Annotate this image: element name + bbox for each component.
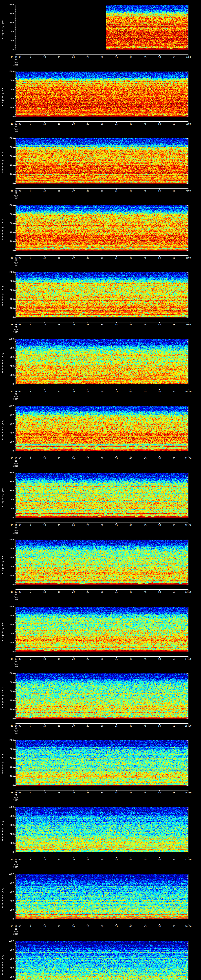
y-tick-label: 400 bbox=[5, 766, 14, 768]
x-axis-start-label: 15:14:00 bbox=[11, 725, 21, 727]
x-axis-date-line: May bbox=[14, 329, 18, 331]
spectrogram-plot bbox=[0, 807, 201, 858]
x-tick-label: 45 bbox=[144, 257, 147, 259]
x-axis-end-label: 10:00 bbox=[185, 390, 191, 393]
y-tick-label: 800 bbox=[5, 80, 14, 82]
y-tick-label: 1000 bbox=[5, 739, 14, 741]
y-tick-label: 600 bbox=[5, 88, 14, 91]
x-tick-label: 20 bbox=[72, 56, 75, 59]
x-axis-date-line: 21 bbox=[14, 861, 17, 863]
y-tick-label: 0 bbox=[5, 784, 14, 786]
x-tick-label: 20 bbox=[72, 123, 75, 125]
x-tick-label: 5 bbox=[30, 925, 31, 928]
y-tick-label: 800 bbox=[5, 347, 14, 349]
spectrogram-panel-4: Frequency (Hz) 10008006004002000 15:08:0… bbox=[0, 272, 201, 335]
y-tick-label: 200 bbox=[5, 240, 14, 243]
x-tick-label: 20 bbox=[72, 457, 75, 460]
x-tick-label: 30 bbox=[101, 457, 103, 460]
x-axis-end-label: 17:00 bbox=[185, 859, 191, 861]
x-axis-start-label: 15:12:00 bbox=[11, 591, 21, 593]
x-axis-date-line: 2015 bbox=[13, 331, 19, 334]
x-tick-label: 50 bbox=[158, 457, 161, 460]
x-tick-label: 15 bbox=[58, 658, 60, 660]
x-tick-label: 55 bbox=[172, 658, 175, 660]
x-tick-label: 15 bbox=[58, 859, 60, 861]
y-axis-title: Frequency (Hz) bbox=[2, 821, 4, 842]
x-axis-end-label: 12:00 bbox=[185, 524, 191, 527]
x-tick-label: 50 bbox=[158, 725, 161, 727]
spectrogram-plot bbox=[0, 5, 201, 56]
x-tick-label: 5 bbox=[30, 257, 31, 259]
x-tick-label: 40 bbox=[129, 390, 132, 393]
spectrogram-plot bbox=[0, 138, 201, 189]
y-tick-label: 800 bbox=[5, 949, 14, 951]
y-tick-label: 200 bbox=[5, 508, 14, 510]
y-tick-label: 1000 bbox=[5, 672, 14, 675]
x-tick-label: 55 bbox=[172, 859, 175, 861]
x-tick-label: 25 bbox=[86, 658, 89, 660]
x-tick-label: 55 bbox=[172, 123, 175, 125]
spectrogram-panel-14: Frequency (Hz) 10008006004002000 15:18:0… bbox=[0, 941, 201, 980]
x-tick-label: 5 bbox=[30, 390, 31, 393]
x-axis-date-line: May bbox=[14, 128, 18, 130]
x-tick-label: 40 bbox=[129, 792, 132, 794]
x-tick-label: 5 bbox=[30, 123, 31, 125]
y-tick-label: 1000 bbox=[5, 271, 14, 274]
y-tick-label: 400 bbox=[5, 298, 14, 301]
y-tick-label: 600 bbox=[5, 356, 14, 358]
y-tick-label: 400 bbox=[5, 432, 14, 434]
x-tick-label: 45 bbox=[144, 324, 147, 326]
y-tick-label: 1000 bbox=[5, 806, 14, 808]
x-axis-end-label: 8:00 bbox=[186, 257, 191, 259]
y-tick-label: 0 bbox=[5, 851, 14, 853]
y-tick-label: 200 bbox=[5, 40, 14, 42]
x-axis-end-label: 18:00 bbox=[185, 925, 191, 928]
spectrogram-plot bbox=[0, 941, 201, 980]
x-tick-label: 15 bbox=[58, 591, 60, 593]
y-tick-label: 200 bbox=[5, 641, 14, 644]
x-tick-label: 30 bbox=[101, 792, 103, 794]
x-axis-date-line: May bbox=[14, 462, 18, 465]
x-axis-start-label: 15:05:00 bbox=[11, 123, 21, 125]
spectrogram-panel-2: Frequency (Hz) 10008006004002000 15:06:0… bbox=[0, 138, 201, 201]
y-axis-title: Frequency (Hz) bbox=[2, 18, 4, 39]
x-tick-label: 25 bbox=[86, 324, 89, 326]
x-tick-label: 15 bbox=[58, 324, 60, 326]
x-tick-label: 55 bbox=[172, 792, 175, 794]
x-tick-label: 45 bbox=[144, 524, 147, 527]
y-axis-title: Frequency (Hz) bbox=[2, 420, 4, 441]
spectrogram-plot bbox=[0, 406, 201, 457]
x-axis-date-line: 21 bbox=[14, 660, 17, 663]
x-tick-label: 20 bbox=[72, 792, 75, 794]
x-tick-label: 15 bbox=[58, 190, 60, 192]
x-tick-label: 30 bbox=[101, 390, 103, 393]
x-tick-label: 25 bbox=[86, 390, 89, 393]
x-tick-label: 5 bbox=[30, 725, 31, 727]
y-tick-label: 0 bbox=[5, 651, 14, 653]
x-tick-label: 45 bbox=[144, 925, 147, 928]
x-tick-label: 40 bbox=[129, 123, 132, 125]
spectrogram-panel-7: Frequency (Hz) 10008006004002000 15:11:0… bbox=[0, 473, 201, 536]
x-tick-label: 5 bbox=[30, 56, 31, 59]
x-tick-label: 50 bbox=[158, 792, 161, 794]
x-tick-label: 45 bbox=[144, 725, 147, 727]
x-tick-label: 35 bbox=[115, 591, 118, 593]
y-axis-title: Frequency (Hz) bbox=[2, 553, 4, 574]
spectrogram-panel-10: Frequency (Hz) 10008006004002000 15:14:0… bbox=[0, 673, 201, 736]
x-axis-date-line: 2015 bbox=[13, 130, 19, 133]
y-tick-label: 600 bbox=[5, 891, 14, 893]
x-axis-date-line: 2015 bbox=[13, 666, 19, 668]
x-tick-label: 25 bbox=[86, 925, 89, 928]
x-axis-date-line: 21 bbox=[14, 59, 17, 61]
x-tick-label: 55 bbox=[172, 457, 175, 460]
x-axis-start-label: 15:07:00 bbox=[11, 257, 21, 259]
x-axis-start-label: 15:09:00 bbox=[11, 390, 21, 393]
spectrogram-plot bbox=[0, 473, 201, 524]
x-axis-date-line: 2015 bbox=[13, 598, 19, 601]
x-axis-date-line: May bbox=[14, 797, 18, 799]
y-tick-label: 1000 bbox=[5, 137, 14, 140]
x-tick-label: 55 bbox=[172, 257, 175, 259]
x-tick-label: 40 bbox=[129, 859, 132, 861]
x-tick-label: 25 bbox=[86, 792, 89, 794]
x-axis-date-line: 2015 bbox=[13, 264, 19, 267]
